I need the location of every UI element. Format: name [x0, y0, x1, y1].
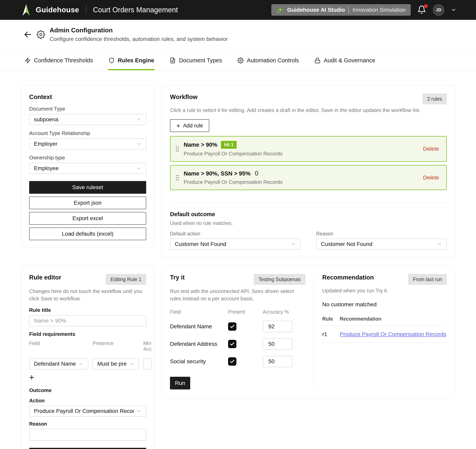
account-type-label: Account Type Relationship [29, 130, 146, 136]
rule-column-header: Rule [322, 316, 340, 322]
shield-icon [108, 57, 115, 63]
export-json-button[interactable]: Export json [29, 196, 146, 209]
accuracy-column-header: Accuracy % [263, 309, 306, 315]
workflow-rule-card[interactable]: Name > 90%, SSN > 95% 0 Produce Payroll … [170, 165, 447, 190]
recommendation-row: r1 Produce Payroll Or Compensation Recor… [322, 326, 447, 343]
add-requirement-button[interactable]: + [29, 373, 38, 382]
zap-icon [25, 57, 31, 63]
export-excel-button[interactable]: Export excel [29, 212, 146, 225]
chevron-down-icon [136, 166, 142, 171]
user-menu-chevron-down-icon[interactable] [451, 7, 457, 13]
present-checkbox[interactable] [228, 340, 236, 348]
tab-rules-engine[interactable]: Rules Engine [108, 50, 155, 70]
rule-action: Produce Payroll Or Compensation Records [184, 151, 419, 157]
recommendation-column-header: Recommendation [340, 316, 447, 322]
avatar[interactable]: JD [433, 4, 444, 16]
rule-title: Name > 90%, SSN > 95% [184, 170, 250, 177]
sparkle-icon [277, 6, 284, 13]
drag-handle-icon[interactable] [175, 145, 180, 152]
load-defaults-button[interactable]: Load defaults (excel) [29, 227, 146, 240]
document-type-select[interactable]: subpoena [29, 114, 146, 125]
present-checkbox[interactable] [228, 357, 236, 366]
save-ruleset-button[interactable]: Save ruleset [29, 181, 146, 194]
gear-icon [36, 30, 45, 39]
chevron-down-icon [136, 409, 142, 414]
app-title: Court Orders Management [93, 6, 178, 14]
editing-rule-badge: Editing Rule 1 [106, 274, 146, 285]
badge-divider [348, 6, 349, 13]
field-column-label: Field [29, 340, 88, 352]
rule-hit-count: 0 [255, 170, 258, 177]
from-last-run-badge: From last run [408, 274, 447, 285]
tab-bar: Confidence Thresholds Rules Engine Docum… [0, 50, 476, 70]
recommendation-link[interactable]: Produce Payroll Or Compensation Records [340, 331, 447, 337]
rule-title-input[interactable] [29, 315, 146, 326]
ownership-type-select[interactable]: Employee [29, 163, 146, 174]
save-to-workflow-button[interactable]: Save to workflow [29, 448, 146, 449]
recommendation-section: Recommendation From last run Updated whe… [322, 274, 447, 389]
default-reason-label: Reason [316, 231, 447, 237]
default-action-label: Default action [170, 231, 301, 237]
default-reason-select[interactable]: Customer Not Found [316, 239, 447, 250]
field-name: Social security [170, 358, 228, 365]
accuracy-input[interactable] [263, 356, 293, 367]
rule-action: Produce Payroll Or Compensation Records [184, 179, 419, 185]
field-name: Defendant Address [170, 341, 228, 347]
rule-editor-title: Rule editor [29, 274, 61, 281]
reason-input[interactable] [29, 429, 146, 441]
check-icon [230, 324, 235, 329]
rule-title: Name > 90% [184, 142, 217, 148]
notifications-bell-icon[interactable] [417, 5, 427, 15]
try-it-description: Run test with the unconnected API. Sees … [170, 288, 301, 302]
requirement-field-select[interactable]: Defendant Name [29, 358, 88, 369]
requirement-presence-select[interactable]: Must be pre [93, 358, 139, 369]
brand-name: Guidehouse [36, 6, 79, 14]
try-it-table: Field Present Accuracy % Defendant Name [170, 309, 306, 367]
rule-editor-description: Changes here do not touch the workflow u… [29, 288, 146, 302]
try-it-row: Defendant Name [170, 321, 306, 332]
brand-divider [86, 5, 86, 14]
rule-id: r1 [322, 331, 340, 337]
run-button[interactable]: Run [170, 377, 190, 389]
lock-icon [314, 57, 321, 63]
delete-rule-button[interactable]: Delete [423, 174, 439, 181]
match-status: No customer matched [322, 301, 447, 308]
tab-document-types[interactable]: Document Types [169, 50, 222, 70]
requirement-min-acc-input[interactable] [143, 358, 152, 369]
chevron-down-icon [437, 242, 442, 247]
tab-confidence-thresholds[interactable]: Confidence Thresholds [24, 50, 93, 70]
workflow-rule-card[interactable]: Name > 90% hit 1 Produce Payroll Or Comp… [170, 136, 447, 162]
field-name: Defendant Name [170, 323, 228, 330]
present-column-header: Present [228, 309, 263, 315]
action-label: Action [29, 398, 146, 403]
page-subtitle: Configure confidence thresholds, automat… [50, 36, 228, 42]
vertical-divider [314, 274, 314, 389]
min-acc-column-label: Min Acc [143, 340, 152, 352]
ai-studio-badge[interactable]: Guidehouse AI Studio Innovation Simulati… [271, 4, 411, 16]
recommendation-table: Rule Recommendation r1 Produce Payroll O… [322, 316, 447, 343]
delete-rule-button[interactable]: Delete [423, 146, 439, 152]
default-outcome-description: Used when no rule matches. [170, 220, 447, 226]
ai-studio-label: Guidehouse AI Studio [287, 7, 345, 13]
check-icon [230, 359, 235, 364]
default-action-select[interactable]: Customer Not Found [170, 239, 301, 250]
gear-icon [238, 57, 244, 63]
accuracy-input[interactable] [263, 321, 293, 332]
tab-audit-governance[interactable]: Audit & Governance [314, 50, 376, 70]
chevron-down-icon [291, 242, 296, 247]
page-title: Admin Configuration [50, 27, 228, 34]
add-rule-button[interactable]: + Add rule [170, 119, 209, 132]
workflow-description: Click a rule to select it for editing. A… [170, 107, 447, 113]
back-button[interactable] [23, 30, 32, 39]
accuracy-input[interactable] [263, 338, 293, 350]
main-content: Context Document Type subpoena Account T… [0, 70, 476, 449]
outcome-action-select[interactable]: Produce Payroll Or Compensation Records [29, 406, 146, 417]
document-icon [170, 57, 176, 63]
tab-automation-controls[interactable]: Automation Controls [237, 50, 299, 70]
account-type-select[interactable]: Employer [29, 138, 146, 150]
testing-subpoenas-badge: Testing Subpoenas [254, 274, 306, 285]
test-panel: Try it Testing Subpoenas Run test with t… [162, 265, 455, 399]
present-checkbox[interactable] [228, 322, 236, 331]
outcome-label: Outcome [29, 387, 146, 393]
drag-handle-icon[interactable] [175, 174, 180, 181]
